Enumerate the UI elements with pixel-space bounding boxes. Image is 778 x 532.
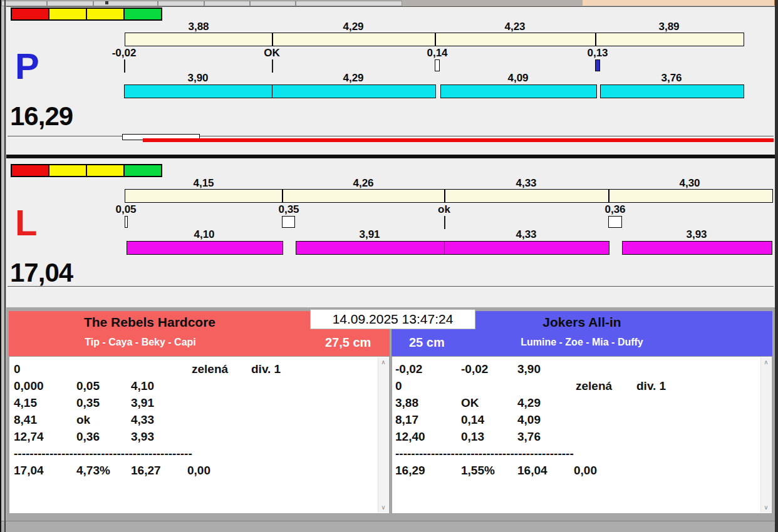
- change-tick: [444, 216, 445, 229]
- progress-bar: [143, 138, 774, 142]
- split-divider: [608, 189, 609, 203]
- window-title-strip: [583, 0, 778, 6]
- window-left-border-inner: [4, 0, 6, 532]
- report-value: -0,02: [395, 362, 422, 376]
- report-value: 3,76: [517, 430, 541, 444]
- split-time-label: 4,26: [338, 177, 388, 190]
- team-dog-lineup: Tip - Caya - Beky - Capi: [9, 337, 272, 348]
- report-line: 16,291,55%16,040,00: [392, 464, 760, 481]
- toolbar-button[interactable]: [1, 1, 47, 6]
- light-red: [11, 8, 49, 21]
- dog-run-bar: [127, 241, 283, 255]
- change-label: OK: [247, 47, 297, 59]
- report-value: ----------------------------------------…: [14, 447, 192, 461]
- report-value: 0,000: [14, 379, 44, 393]
- dropdown-arrow-icon: [105, 1, 108, 4]
- jump-height-label: 27,5 cm: [325, 335, 371, 350]
- dog-time-label: 4,29: [328, 72, 378, 84]
- report-value: 0,00: [187, 464, 210, 478]
- report-line: ----------------------------------------…: [9, 447, 378, 464]
- report-line: ----------------------------------------…: [392, 447, 760, 464]
- run-report-left[interactable]: 0zelenádiv. 10,0000,054,104,150,353,918,…: [9, 356, 390, 514]
- toolbar-button[interactable]: [93, 1, 158, 6]
- report-value: 4,09: [517, 413, 541, 427]
- run-report-right[interactable]: -0,02-0,023,900zelenádiv. 13,88OK4,298,1…: [392, 356, 772, 514]
- report-value: ----------------------------------------…: [395, 447, 574, 461]
- race-view: 3,884,294,233,89-0,02OK0,140,133,904,294…: [6, 6, 775, 521]
- report-value: 0,36: [76, 430, 100, 444]
- toolbar-button[interactable]: [47, 1, 93, 6]
- change-label: 0,35: [264, 203, 314, 216]
- report-value: 4,73%: [76, 464, 110, 478]
- split-time-label: 3,88: [174, 21, 224, 33]
- light-green: [123, 8, 162, 21]
- light-green: [123, 164, 162, 177]
- change-loss-box: [608, 216, 622, 228]
- split-time-label: 4,30: [665, 177, 715, 190]
- run-report-text: -0,02-0,023,900zelenádiv. 13,88OK4,298,1…: [392, 362, 760, 513]
- report-line: 4,150,353,91: [9, 396, 378, 413]
- dog-time-label: 4,09: [493, 72, 543, 84]
- toolbar-button[interactable]: [250, 1, 296, 6]
- scroll-up-icon[interactable]: ∧: [378, 358, 388, 367]
- change-tick: [124, 59, 125, 73]
- dog-run-bar: [600, 84, 744, 98]
- scroll-up-icon[interactable]: ∧: [761, 358, 771, 367]
- team-splits-bar: [125, 189, 773, 203]
- scrollbar[interactable]: ∧ ∨: [378, 357, 388, 513]
- scrollbar[interactable]: ∧ ∨: [760, 357, 771, 513]
- report-value: 1,55%: [461, 464, 495, 478]
- datetime-display: 14.09.2025 13:47:24: [310, 309, 475, 329]
- report-value: 0: [395, 379, 402, 393]
- report-value: zelená: [576, 379, 612, 393]
- race-panel-left-lane-L: 4,154,264,334,300,050,35ok0,364,103,914,…: [6, 158, 775, 314]
- report-value: div. 1: [251, 362, 281, 376]
- lane-letter: P: [15, 48, 39, 84]
- split-divider: [444, 189, 445, 203]
- report-line: 0,0000,054,10: [9, 379, 378, 396]
- toolbar-button[interactable]: [296, 1, 402, 6]
- lane-letter: L: [15, 205, 37, 241]
- report-value: 0,05: [76, 379, 100, 393]
- start-lights: [11, 8, 162, 21]
- total-time: 17,04: [10, 258, 73, 287]
- report-line: -0,02-0,023,90: [392, 362, 760, 379]
- window-bottom-edge: [0, 521, 778, 532]
- report-line: 3,88OK4,29: [392, 396, 760, 413]
- report-value: 16,27: [131, 464, 161, 478]
- report-value: 17,04: [14, 464, 44, 478]
- report-value: 4,15: [14, 396, 37, 410]
- change-label: 0,13: [573, 47, 623, 59]
- split-divider: [272, 33, 273, 46]
- window-right-border: [775, 0, 778, 532]
- dog-time-label: 4,10: [179, 228, 229, 241]
- report-value: 0,35: [76, 396, 100, 410]
- split-time-label: 3,89: [644, 21, 694, 33]
- light-yellow-1: [48, 8, 87, 21]
- team-name: The Rebels Hardcore: [9, 315, 291, 330]
- scroll-down-icon[interactable]: ∨: [378, 503, 388, 512]
- light-red: [11, 164, 49, 177]
- report-value: 16,04: [517, 464, 547, 478]
- dog-run-bar: [296, 241, 445, 255]
- total-time: 16,29: [10, 102, 73, 131]
- dog-run-bar: [444, 241, 609, 255]
- change-label: -0,02: [99, 47, 149, 59]
- split-divider: [435, 33, 436, 46]
- split-time-label: 4,29: [328, 21, 378, 33]
- split-time-label: 4,33: [501, 177, 551, 190]
- toolbar-button[interactable]: [204, 1, 250, 6]
- report-value: 3,90: [517, 362, 541, 376]
- change-loss-box: [435, 59, 440, 71]
- toolbar-button[interactable]: [158, 1, 204, 6]
- dog-time-label: 3,76: [646, 72, 697, 84]
- report-value: 3,93: [131, 430, 154, 444]
- change-label: ok: [419, 203, 469, 216]
- report-value: 8,41: [14, 413, 37, 427]
- report-line: 0zelenádiv. 1: [392, 379, 760, 396]
- split-time-label: 4,15: [179, 177, 229, 190]
- dog-run-bar: [622, 241, 772, 255]
- split-time-label: 4,23: [490, 21, 540, 33]
- report-value: zelená: [192, 362, 228, 376]
- scroll-down-icon[interactable]: ∨: [761, 503, 771, 512]
